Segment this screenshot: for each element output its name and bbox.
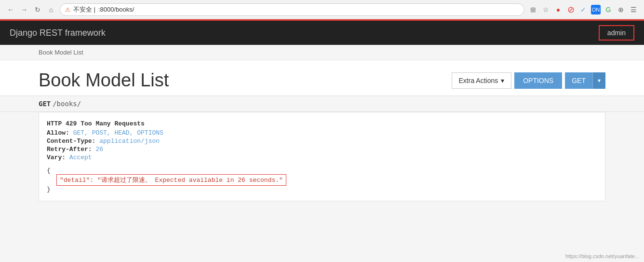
security-warning-icon: ⚠ xyxy=(65,6,70,13)
retry-after-key: Retry-After: xyxy=(47,146,92,153)
security-text: 不安全 | xyxy=(73,5,95,14)
bookmark-icon[interactable]: ☆ xyxy=(541,5,550,14)
response-detail: "detail": "请求超过了限速。 Expected available i… xyxy=(56,174,286,186)
response-header-allow: Allow: GET, POST, HEAD, OPTIONS xyxy=(47,129,597,137)
retry-after-value: 26 xyxy=(95,146,103,153)
get-button[interactable]: GET xyxy=(565,72,592,89)
body-open: { xyxy=(47,167,597,174)
address-bar[interactable]: ⚠ 不安全 | :8000/books/ xyxy=(60,3,524,16)
allow-value: GET, POST, HEAD, OPTIONS xyxy=(73,129,163,137)
breadcrumb-label: Book Model List xyxy=(39,49,83,56)
url-display: GET /books/ xyxy=(0,96,644,112)
breadcrumb: Book Model List xyxy=(0,45,644,60)
reload-button[interactable]: ↻ xyxy=(33,5,42,14)
extra-actions-label: Extra Actions xyxy=(459,77,498,84)
forward-button[interactable]: → xyxy=(19,5,29,14)
page-title: Book Model List xyxy=(39,70,169,91)
vary-key: Vary: xyxy=(47,154,66,161)
ext7-icon[interactable]: ☰ xyxy=(629,5,638,14)
body-line: "detail": "请求超过了限速。 Expected available i… xyxy=(47,174,597,186)
ext3-icon[interactable]: ✓ xyxy=(578,5,588,14)
url-text: :8000/books/ xyxy=(98,6,134,13)
drf-brand: Django REST framework xyxy=(10,28,106,38)
response-area: HTTP 429 Too Many Requests Allow: GET, P… xyxy=(39,112,605,201)
ext6-icon[interactable]: ⊕ xyxy=(616,5,626,14)
get-dropdown-button[interactable]: ▾ xyxy=(592,72,605,89)
dropdown-arrow-icon: ▾ xyxy=(501,77,504,84)
page-header: Book Model List Extra Actions ▾ OPTIONS … xyxy=(0,60,644,96)
header-buttons: Extra Actions ▾ OPTIONS GET ▾ xyxy=(452,72,606,89)
admin-button[interactable]: admin xyxy=(599,25,634,41)
response-body: { "detail": "请求超过了限速。 Expected available… xyxy=(47,167,597,193)
browser-chrome: ← → ↻ ⌂ ⚠ 不安全 | :8000/books/ ⊞ ☆ ● ⊘ ✓ O… xyxy=(0,0,644,19)
ext4-icon[interactable]: ON xyxy=(591,5,601,14)
ext1-icon[interactable]: ● xyxy=(553,5,563,14)
extra-actions-button[interactable]: Extra Actions ▾ xyxy=(452,72,512,89)
get-button-group: GET ▾ xyxy=(565,72,605,89)
browser-actions: ⊞ ☆ ● ⊘ ✓ ON G ⊕ ☰ xyxy=(528,5,638,14)
ext2-icon[interactable]: ⊘ xyxy=(566,5,576,14)
response-header-content-type: Content-Type: application/json xyxy=(47,138,597,145)
content-type-key: Content-Type: xyxy=(47,138,95,145)
content-type-value: application/json xyxy=(99,138,160,145)
drf-navbar: Django REST framework admin xyxy=(0,21,644,45)
options-button[interactable]: OPTIONS xyxy=(514,72,562,89)
response-header-vary: Vary: Accept xyxy=(47,154,597,161)
translate-icon[interactable]: ⊞ xyxy=(528,5,538,14)
back-button[interactable]: ← xyxy=(6,5,15,14)
url-path: /books/ xyxy=(53,100,81,108)
ext5-icon[interactable]: G xyxy=(604,5,613,14)
response-status: HTTP 429 Too Many Requests xyxy=(47,120,597,127)
response-header-retry-after: Retry-After: 26 xyxy=(47,146,597,153)
watermark: https://blog.csdn.net/yuanfate... xyxy=(565,253,639,259)
home-button[interactable]: ⌂ xyxy=(46,5,56,14)
url-method: GET xyxy=(39,100,51,108)
body-close: } xyxy=(47,186,597,193)
vary-value: Accept xyxy=(69,154,92,161)
allow-key: Allow: xyxy=(47,129,69,137)
